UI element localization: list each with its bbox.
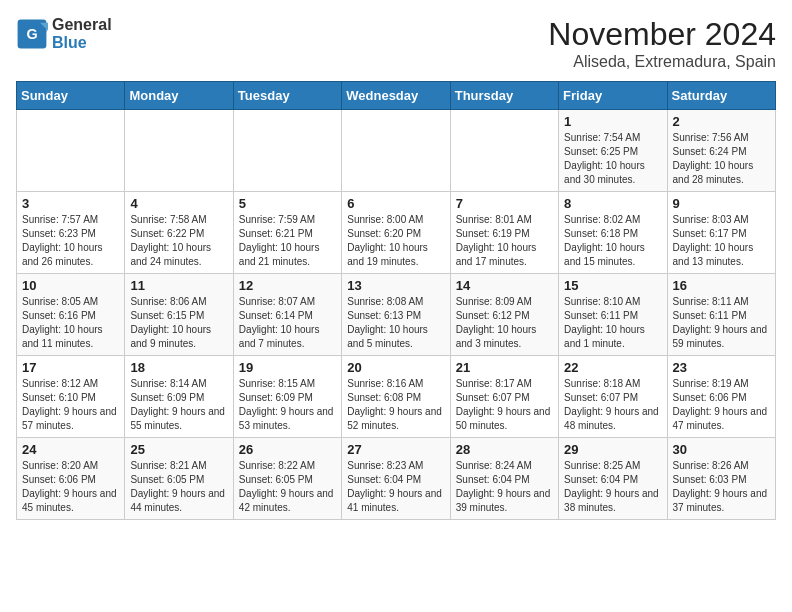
calendar-cell: 23Sunrise: 8:19 AMSunset: 6:06 PMDayligh… — [667, 356, 775, 438]
day-number: 27 — [347, 442, 444, 457]
calendar-cell: 16Sunrise: 8:11 AMSunset: 6:11 PMDayligh… — [667, 274, 775, 356]
day-info: Sunrise: 8:18 AMSunset: 6:07 PMDaylight:… — [564, 377, 661, 433]
header: G General Blue November 2024 Aliseda, Ex… — [16, 16, 776, 71]
day-info: Sunrise: 8:14 AMSunset: 6:09 PMDaylight:… — [130, 377, 227, 433]
day-header-tuesday: Tuesday — [233, 82, 341, 110]
day-info: Sunrise: 8:24 AMSunset: 6:04 PMDaylight:… — [456, 459, 553, 515]
calendar-cell: 30Sunrise: 8:26 AMSunset: 6:03 PMDayligh… — [667, 438, 775, 520]
day-info: Sunrise: 7:56 AMSunset: 6:24 PMDaylight:… — [673, 131, 770, 187]
day-info: Sunrise: 8:09 AMSunset: 6:12 PMDaylight:… — [456, 295, 553, 351]
calendar-header: SundayMondayTuesdayWednesdayThursdayFrid… — [17, 82, 776, 110]
day-number: 7 — [456, 196, 553, 211]
calendar-cell: 1Sunrise: 7:54 AMSunset: 6:25 PMDaylight… — [559, 110, 667, 192]
calendar-cell: 19Sunrise: 8:15 AMSunset: 6:09 PMDayligh… — [233, 356, 341, 438]
logo-icon: G — [16, 18, 48, 50]
day-number: 28 — [456, 442, 553, 457]
day-number: 19 — [239, 360, 336, 375]
day-info: Sunrise: 8:11 AMSunset: 6:11 PMDaylight:… — [673, 295, 770, 351]
day-number: 3 — [22, 196, 119, 211]
calendar-cell: 5Sunrise: 7:59 AMSunset: 6:21 PMDaylight… — [233, 192, 341, 274]
calendar-cell — [125, 110, 233, 192]
day-info: Sunrise: 8:15 AMSunset: 6:09 PMDaylight:… — [239, 377, 336, 433]
day-header-friday: Friday — [559, 82, 667, 110]
calendar-table: SundayMondayTuesdayWednesdayThursdayFrid… — [16, 81, 776, 520]
day-number: 30 — [673, 442, 770, 457]
calendar-cell: 13Sunrise: 8:08 AMSunset: 6:13 PMDayligh… — [342, 274, 450, 356]
day-header-sunday: Sunday — [17, 82, 125, 110]
day-number: 24 — [22, 442, 119, 457]
calendar-cell — [233, 110, 341, 192]
calendar-week-0: 1Sunrise: 7:54 AMSunset: 6:25 PMDaylight… — [17, 110, 776, 192]
days-header-row: SundayMondayTuesdayWednesdayThursdayFrid… — [17, 82, 776, 110]
calendar-body: 1Sunrise: 7:54 AMSunset: 6:25 PMDaylight… — [17, 110, 776, 520]
calendar-cell: 9Sunrise: 8:03 AMSunset: 6:17 PMDaylight… — [667, 192, 775, 274]
calendar-cell: 17Sunrise: 8:12 AMSunset: 6:10 PMDayligh… — [17, 356, 125, 438]
day-number: 16 — [673, 278, 770, 293]
day-number: 9 — [673, 196, 770, 211]
day-number: 18 — [130, 360, 227, 375]
calendar-cell: 8Sunrise: 8:02 AMSunset: 6:18 PMDaylight… — [559, 192, 667, 274]
day-number: 23 — [673, 360, 770, 375]
day-header-monday: Monday — [125, 82, 233, 110]
day-number: 5 — [239, 196, 336, 211]
day-number: 11 — [130, 278, 227, 293]
day-number: 1 — [564, 114, 661, 129]
day-number: 26 — [239, 442, 336, 457]
day-info: Sunrise: 8:07 AMSunset: 6:14 PMDaylight:… — [239, 295, 336, 351]
day-info: Sunrise: 8:25 AMSunset: 6:04 PMDaylight:… — [564, 459, 661, 515]
calendar-cell: 27Sunrise: 8:23 AMSunset: 6:04 PMDayligh… — [342, 438, 450, 520]
logo-line1: General — [52, 16, 112, 34]
day-info: Sunrise: 8:20 AMSunset: 6:06 PMDaylight:… — [22, 459, 119, 515]
title-area: November 2024 Aliseda, Extremadura, Spai… — [548, 16, 776, 71]
day-info: Sunrise: 8:26 AMSunset: 6:03 PMDaylight:… — [673, 459, 770, 515]
day-info: Sunrise: 8:23 AMSunset: 6:04 PMDaylight:… — [347, 459, 444, 515]
calendar-cell: 20Sunrise: 8:16 AMSunset: 6:08 PMDayligh… — [342, 356, 450, 438]
day-info: Sunrise: 8:06 AMSunset: 6:15 PMDaylight:… — [130, 295, 227, 351]
day-info: Sunrise: 7:57 AMSunset: 6:23 PMDaylight:… — [22, 213, 119, 269]
day-number: 22 — [564, 360, 661, 375]
day-info: Sunrise: 8:22 AMSunset: 6:05 PMDaylight:… — [239, 459, 336, 515]
calendar-cell: 10Sunrise: 8:05 AMSunset: 6:16 PMDayligh… — [17, 274, 125, 356]
day-info: Sunrise: 7:54 AMSunset: 6:25 PMDaylight:… — [564, 131, 661, 187]
day-number: 12 — [239, 278, 336, 293]
day-number: 15 — [564, 278, 661, 293]
logo-text: General Blue — [52, 16, 112, 51]
calendar-cell: 18Sunrise: 8:14 AMSunset: 6:09 PMDayligh… — [125, 356, 233, 438]
calendar-cell: 7Sunrise: 8:01 AMSunset: 6:19 PMDaylight… — [450, 192, 558, 274]
day-info: Sunrise: 7:58 AMSunset: 6:22 PMDaylight:… — [130, 213, 227, 269]
calendar-cell: 25Sunrise: 8:21 AMSunset: 6:05 PMDayligh… — [125, 438, 233, 520]
day-info: Sunrise: 8:02 AMSunset: 6:18 PMDaylight:… — [564, 213, 661, 269]
day-header-wednesday: Wednesday — [342, 82, 450, 110]
calendar-cell: 21Sunrise: 8:17 AMSunset: 6:07 PMDayligh… — [450, 356, 558, 438]
calendar-title: November 2024 — [548, 16, 776, 53]
day-number: 29 — [564, 442, 661, 457]
day-info: Sunrise: 8:16 AMSunset: 6:08 PMDaylight:… — [347, 377, 444, 433]
day-info: Sunrise: 8:12 AMSunset: 6:10 PMDaylight:… — [22, 377, 119, 433]
day-info: Sunrise: 7:59 AMSunset: 6:21 PMDaylight:… — [239, 213, 336, 269]
calendar-cell: 22Sunrise: 8:18 AMSunset: 6:07 PMDayligh… — [559, 356, 667, 438]
calendar-week-2: 10Sunrise: 8:05 AMSunset: 6:16 PMDayligh… — [17, 274, 776, 356]
day-info: Sunrise: 8:21 AMSunset: 6:05 PMDaylight:… — [130, 459, 227, 515]
calendar-cell: 4Sunrise: 7:58 AMSunset: 6:22 PMDaylight… — [125, 192, 233, 274]
calendar-week-4: 24Sunrise: 8:20 AMSunset: 6:06 PMDayligh… — [17, 438, 776, 520]
day-info: Sunrise: 8:08 AMSunset: 6:13 PMDaylight:… — [347, 295, 444, 351]
day-number: 10 — [22, 278, 119, 293]
day-info: Sunrise: 8:19 AMSunset: 6:06 PMDaylight:… — [673, 377, 770, 433]
day-info: Sunrise: 8:01 AMSunset: 6:19 PMDaylight:… — [456, 213, 553, 269]
calendar-cell — [342, 110, 450, 192]
calendar-cell: 3Sunrise: 7:57 AMSunset: 6:23 PMDaylight… — [17, 192, 125, 274]
logo: G General Blue — [16, 16, 112, 51]
day-number: 13 — [347, 278, 444, 293]
calendar-cell — [450, 110, 558, 192]
calendar-week-3: 17Sunrise: 8:12 AMSunset: 6:10 PMDayligh… — [17, 356, 776, 438]
day-number: 21 — [456, 360, 553, 375]
day-info: Sunrise: 8:10 AMSunset: 6:11 PMDaylight:… — [564, 295, 661, 351]
day-number: 6 — [347, 196, 444, 211]
calendar-cell: 24Sunrise: 8:20 AMSunset: 6:06 PMDayligh… — [17, 438, 125, 520]
calendar-cell: 2Sunrise: 7:56 AMSunset: 6:24 PMDaylight… — [667, 110, 775, 192]
day-number: 8 — [564, 196, 661, 211]
day-info: Sunrise: 8:17 AMSunset: 6:07 PMDaylight:… — [456, 377, 553, 433]
day-number: 2 — [673, 114, 770, 129]
day-info: Sunrise: 8:05 AMSunset: 6:16 PMDaylight:… — [22, 295, 119, 351]
logo-line2: Blue — [52, 34, 112, 52]
